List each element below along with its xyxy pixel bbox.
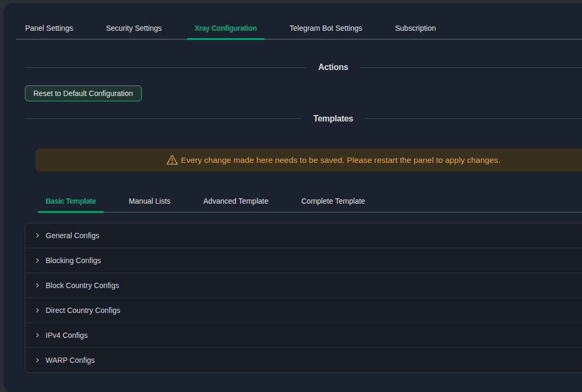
chevron-right-icon [35, 258, 40, 263]
tab-basic-template[interactable]: Basic Template [38, 190, 104, 212]
chevron-right-icon [35, 333, 40, 338]
tab-advanced-template[interactable]: Advanced Template [195, 190, 276, 212]
tab-manual-lists[interactable]: Manual Lists [121, 190, 179, 212]
tab-panel-settings[interactable]: Panel Settings [17, 18, 81, 39]
collapse-panel-label: Block Country Configs [46, 281, 119, 290]
templates-section-divider: Templates [25, 113, 582, 125]
collapse-panel-label: IPv4 Configs [46, 331, 88, 339]
collapse-panel-warp-configs[interactable]: WARP Configs [25, 348, 582, 372]
tab-content: Actions Reset to Default Configuration T… [3, 62, 582, 373]
settings-card: Panel Settings Security Settings Xray Co… [3, 3, 582, 392]
collapse-panel-direct-country-configs[interactable]: Direct Country Configs [25, 298, 582, 323]
tab-complete-template[interactable]: Complete Template [293, 190, 373, 212]
restart-warning-text: Every change made here needs to be saved… [181, 155, 500, 165]
tab-telegram-bot-settings[interactable]: Telegram Bot Settings [282, 18, 370, 39]
template-tab-bar: Basic Template Manual Lists Advanced Tem… [38, 190, 582, 213]
chevron-right-icon [35, 308, 40, 313]
collapse-panel-block-country-configs[interactable]: Block Country Configs [25, 273, 582, 298]
collapse-panel-ipv4-configs[interactable]: IPv4 Configs [25, 323, 582, 348]
chevron-right-icon [35, 233, 40, 238]
tab-security-settings[interactable]: Security Settings [98, 18, 170, 39]
reset-to-default-button[interactable]: Reset to Default Configuration [25, 85, 142, 101]
collapse-panel-general-configs[interactable]: General Configs [25, 223, 582, 248]
tab-subscription[interactable]: Subscription [387, 18, 444, 39]
settings-tab-bar: Panel Settings Security Settings Xray Co… [16, 18, 582, 40]
chevron-right-icon [35, 358, 40, 363]
tab-xray-configuration[interactable]: Xray Configuration [187, 18, 265, 39]
templates-section-title: Templates [313, 113, 353, 125]
page: Panel Settings Security Settings Xray Co… [0, 0, 582, 392]
actions-section-title: Actions [318, 62, 349, 73]
warning-triangle-icon [166, 154, 178, 166]
collapse-panel-label: Blocking Configs [46, 256, 101, 265]
actions-section-divider: Actions [25, 62, 582, 73]
collapse-panel-label: Direct Country Configs [46, 306, 120, 315]
configs-collapse: General Configs Blocking Configs Block C… [25, 223, 582, 373]
collapse-panel-blocking-configs[interactable]: Blocking Configs [25, 248, 582, 273]
collapse-panel-label: General Configs [46, 231, 99, 240]
collapse-panel-label: WARP Configs [46, 356, 95, 364]
chevron-right-icon [35, 283, 40, 288]
restart-warning-alert: Every change made here needs to be saved… [36, 149, 582, 171]
